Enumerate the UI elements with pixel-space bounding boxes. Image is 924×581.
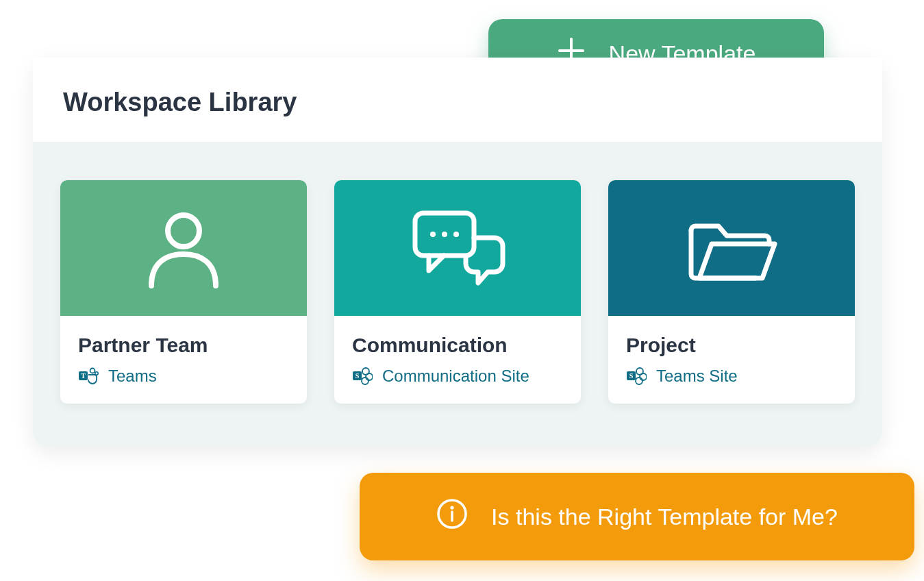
svg-point-9	[442, 232, 447, 237]
svg-point-20	[636, 378, 642, 384]
template-card-partner-team[interactable]: Partner Team T Teams	[60, 180, 307, 404]
card-title: Project	[626, 334, 837, 357]
folder-icon	[680, 207, 783, 289]
card-subtitle: Teams	[108, 367, 157, 386]
help-template-button[interactable]: Is this the Right Template for Me?	[360, 473, 914, 560]
svg-point-14	[366, 373, 373, 380]
card-title: Partner Team	[78, 334, 289, 357]
svg-point-8	[430, 232, 436, 237]
info-icon	[436, 498, 468, 535]
svg-point-5	[90, 369, 95, 373]
card-title: Communication	[352, 334, 563, 357]
card-subtitle: Teams Site	[656, 367, 738, 386]
card-hero	[608, 180, 855, 316]
card-body: Partner Team T Teams	[60, 316, 307, 404]
svg-text:S: S	[355, 372, 360, 380]
template-card-communication[interactable]: Communication S Communication Site	[334, 180, 581, 404]
sharepoint-icon: S	[626, 367, 647, 386]
person-icon	[139, 203, 228, 293]
page-title: Workspace Library	[63, 88, 852, 117]
card-body: Project S Teams Site	[608, 316, 855, 404]
card-body: Communication S Communication Site	[334, 316, 581, 404]
svg-point-6	[95, 372, 98, 375]
svg-point-19	[640, 373, 647, 380]
panel-header: Workspace Library	[33, 58, 882, 142]
cards-row: Partner Team T Teams	[33, 142, 882, 447]
card-subtitle-row: T Teams	[78, 367, 289, 386]
card-subtitle-row: S Teams Site	[626, 367, 837, 386]
chat-icon	[403, 203, 512, 293]
svg-point-22	[450, 506, 453, 509]
card-subtitle: Communication Site	[382, 367, 529, 386]
svg-point-10	[453, 232, 459, 237]
card-subtitle-row: S Communication Site	[352, 367, 563, 386]
workspace-library-panel: Workspace Library Partner Team	[33, 58, 882, 447]
sharepoint-icon: S	[352, 367, 373, 386]
svg-text:T: T	[81, 372, 86, 380]
svg-point-2	[168, 215, 199, 247]
template-card-project[interactable]: Project S Teams Site	[608, 180, 855, 404]
svg-point-15	[362, 378, 369, 384]
teams-icon: T	[78, 367, 99, 386]
help-template-label: Is this the Right Template for Me?	[491, 504, 838, 530]
svg-text:S: S	[629, 372, 634, 380]
card-hero	[60, 180, 307, 316]
card-hero	[334, 180, 581, 316]
